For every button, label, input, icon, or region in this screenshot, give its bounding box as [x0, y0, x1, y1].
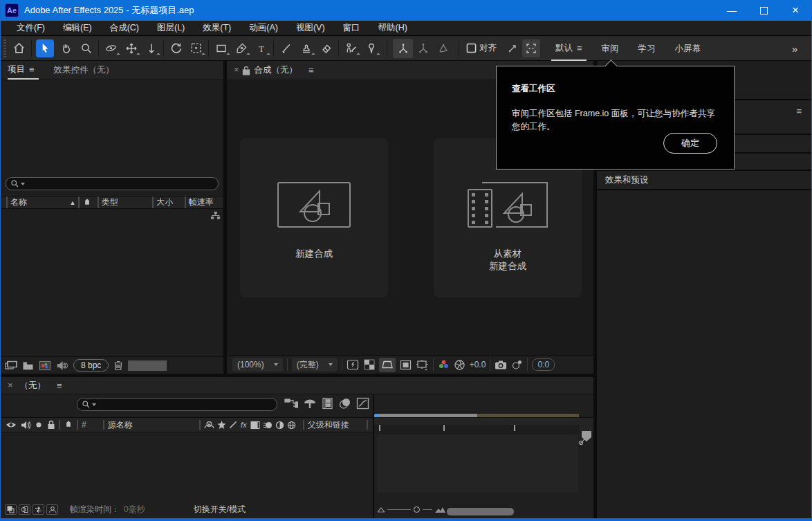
graph-editor-icon[interactable] — [356, 397, 369, 410]
zoom-in-mountain-icon[interactable] — [435, 506, 445, 513]
interpret-footage-icon[interactable] — [5, 360, 17, 371]
dolly-camera-tool[interactable] — [141, 39, 161, 58]
expand-arrow-tool[interactable] — [502, 39, 522, 58]
draft-3d-icon[interactable] — [303, 397, 317, 410]
timeline-zoom-slider[interactable] — [378, 506, 445, 513]
column-name[interactable]: 名称 ▲ — [6, 196, 78, 208]
rectangle-tool[interactable] — [211, 39, 231, 58]
local-axis-mode[interactable] — [393, 39, 413, 58]
menu-edit[interactable]: 编辑(E) — [54, 22, 101, 34]
zoom-out-mountain-icon[interactable] — [378, 507, 385, 513]
workspace-tab-learn[interactable]: 学习 — [634, 36, 660, 61]
zoom-tool[interactable] — [76, 39, 96, 58]
horizontal-scrollbar-thumb[interactable] — [447, 508, 514, 515]
frame-blending-icon[interactable] — [338, 398, 351, 410]
shy-switch-icon[interactable] — [204, 421, 214, 430]
transparency-grid-icon[interactable] — [364, 359, 375, 370]
world-axis-mode[interactable] — [413, 39, 433, 58]
show-snapshot-icon[interactable] — [511, 359, 523, 370]
exposure-aperture-icon[interactable] — [454, 359, 465, 371]
time-ruler[interactable] — [374, 410, 593, 432]
timeline-panel-menu-icon[interactable]: ≡ — [53, 381, 66, 391]
brush-tool[interactable] — [276, 39, 296, 58]
pen-tool[interactable] — [231, 39, 251, 58]
view-axis-mode[interactable] — [433, 39, 453, 58]
snap-checkbox[interactable] — [466, 43, 477, 53]
mask-visibility-tool[interactable] — [522, 39, 540, 57]
new-composition-icon[interactable] — [39, 360, 51, 371]
composition-panel-menu-icon[interactable]: ≡ — [304, 65, 318, 75]
expand-in-out-button[interactable] — [33, 504, 44, 515]
menu-file[interactable]: 文件(F) — [8, 22, 54, 34]
snap-label[interactable]: 对齐 — [479, 42, 497, 54]
menu-composition[interactable]: 合成(C) — [101, 22, 148, 34]
toolbar-grip[interactable] — [2, 39, 9, 57]
column-source-name[interactable]: 源名称 — [108, 419, 133, 431]
composition-tab-close-icon[interactable]: × — [227, 64, 242, 76]
effects-presets-body[interactable] — [597, 190, 811, 509]
pan-camera-tool[interactable] — [121, 39, 141, 58]
tab-project[interactable]: 项目 ≡ — [8, 61, 39, 80]
quality-switch-icon[interactable] — [229, 421, 237, 429]
eraser-tool[interactable] — [316, 39, 336, 58]
menu-help[interactable]: 帮助(H) — [369, 22, 416, 34]
column-number[interactable]: # — [82, 420, 86, 430]
roto-brush-tool[interactable] — [341, 39, 361, 58]
type-tool[interactable]: T — [251, 39, 271, 58]
selection-tool[interactable] — [36, 39, 54, 57]
unlock-icon[interactable] — [242, 66, 250, 75]
timeline-graph-area[interactable] — [378, 435, 578, 493]
maximize-button[interactable] — [748, 0, 779, 21]
workspace-tab-small-screen[interactable]: 小屏幕 — [671, 36, 705, 61]
toggle-switches-modes-button[interactable]: 切换开关/模式 — [194, 504, 246, 515]
trash-icon[interactable] — [113, 360, 123, 371]
project-search-input[interactable] — [6, 177, 219, 190]
exposure-value[interactable]: +0.0 — [470, 360, 486, 369]
column-parent-link[interactable]: 父级和链接 — [308, 419, 349, 431]
panel-menu-icon[interactable]: ≡ — [796, 106, 802, 116]
close-button[interactable]: × — [779, 0, 811, 21]
expand-transfer-modes-button[interactable] — [19, 504, 30, 515]
project-flowchart-icon[interactable] — [210, 210, 221, 221]
lock-icon[interactable] — [47, 420, 55, 430]
channel-rgb-icon[interactable] — [438, 359, 450, 370]
magnification-dropdown[interactable]: (100%) — [232, 358, 283, 372]
slider-knob[interactable] — [414, 506, 420, 513]
frame-blend-switch-icon[interactable] — [250, 421, 260, 430]
effects-presets-panel-header[interactable]: 效果和预设 — [597, 171, 811, 189]
3d-layer-switch-icon[interactable] — [287, 421, 296, 430]
fast-preview-icon[interactable] — [347, 359, 360, 371]
orbit-camera-tool[interactable] — [101, 39, 121, 58]
expand-layer-switches-button[interactable] — [5, 504, 17, 515]
snapshot-camera-icon[interactable] — [495, 360, 507, 370]
solo-icon[interactable] — [35, 421, 42, 428]
timeline-search-input[interactable] — [77, 398, 277, 411]
video-eye-icon[interactable] — [6, 421, 17, 429]
minimize-button[interactable]: — — [716, 0, 748, 21]
collapse-transformations-icon[interactable] — [217, 421, 226, 430]
tab-effect-controls[interactable]: 效果控件（无） — [54, 61, 115, 80]
adjustment-layer-switch-icon[interactable] — [275, 421, 284, 430]
menu-view[interactable]: 视图(V) — [287, 22, 334, 34]
workspace-tab-default[interactable]: 默认 ≡ — [551, 36, 587, 61]
workspace-tab-review[interactable]: 审阅 — [598, 36, 623, 61]
column-size[interactable]: 大小 — [152, 196, 185, 208]
column-label-color[interactable] — [78, 196, 97, 208]
clone-stamp-tool[interactable] — [296, 39, 316, 58]
composition-tab-label[interactable]: 合成（无） — [255, 61, 298, 80]
new-composition-tile[interactable]: 新建合成 — [240, 138, 388, 298]
project-panel-menu-icon[interactable]: ≡ — [25, 64, 39, 75]
menu-animation[interactable]: 动画(A) — [240, 22, 287, 34]
home-tool[interactable] — [9, 39, 29, 58]
mask-outline-toggle-icon[interactable] — [379, 358, 396, 372]
rotate-tool[interactable] — [166, 39, 186, 58]
label-tag-icon[interactable] — [64, 420, 73, 430]
region-of-interest-icon[interactable] — [400, 360, 412, 370]
effects-fx-icon[interactable]: fx — [241, 421, 247, 429]
marker-drag-icon[interactable] — [578, 435, 589, 446]
new-folder-icon[interactable] — [22, 360, 34, 371]
mini-flowchart-icon[interactable] — [284, 397, 298, 410]
resolution-dropdown[interactable]: (完整) — [292, 358, 338, 372]
shy-guy-button[interactable] — [46, 504, 58, 515]
tooltip-ok-button[interactable]: 确定 — [663, 133, 717, 154]
